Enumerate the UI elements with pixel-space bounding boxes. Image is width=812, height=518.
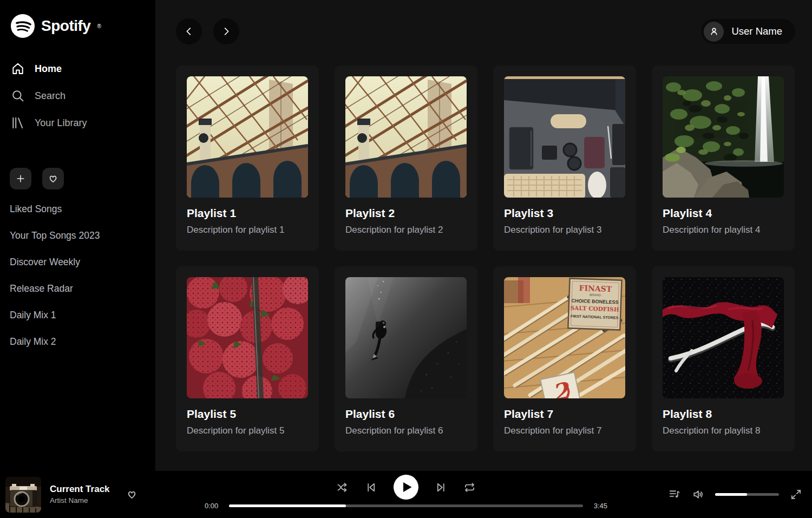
total-duration: 3:45 xyxy=(590,502,607,510)
elapsed-time: 0:00 xyxy=(205,502,222,510)
volume-slider-fill xyxy=(715,493,747,496)
play-button[interactable] xyxy=(394,475,418,500)
playlist-card-7[interactable]: Playlist 7 Description for playlist 7 xyxy=(493,266,636,451)
sidebar-actions xyxy=(10,168,146,189)
artist-name: Artist Name xyxy=(50,496,110,506)
playlist-description: Description for playlist 5 xyxy=(187,425,308,436)
repeat-icon xyxy=(463,481,476,494)
seek-bar[interactable] xyxy=(229,504,583,507)
playlist-card-8[interactable]: Playlist 8 Description for playlist 8 xyxy=(652,266,795,451)
library-icon xyxy=(11,116,25,130)
playlist-cover-image xyxy=(345,76,467,198)
repeat-button[interactable] xyxy=(463,481,476,494)
skip-forward-icon xyxy=(435,481,447,494)
top-bar: User Name xyxy=(176,18,795,44)
playlist-description: Description for playlist 7 xyxy=(504,425,625,436)
create-playlist-button[interactable] xyxy=(10,168,31,189)
sidebar-playlist-list: Liked Songs Your Top Songs 2023 Discover… xyxy=(10,196,146,355)
back-button[interactable] xyxy=(176,18,202,44)
shuffle-button[interactable] xyxy=(336,481,349,494)
playlist-card-1[interactable]: Playlist 1 Description for playlist 1 xyxy=(176,65,319,251)
playlist-description: Description for playlist 6 xyxy=(345,425,467,436)
fullscreen-button[interactable] xyxy=(790,488,802,501)
sidebar-item-home[interactable]: Home xyxy=(10,55,146,82)
seek-bar-fill xyxy=(229,504,346,507)
plus-icon xyxy=(15,173,26,184)
now-playing-info: Current Track Artist Name xyxy=(5,477,200,513)
sidebar-playlist-your-top-songs[interactable]: Your Top Songs 2023 xyxy=(10,222,146,249)
heart-icon xyxy=(48,173,58,184)
previous-track-button[interactable] xyxy=(365,481,377,494)
track-title: Current Track xyxy=(50,483,110,495)
playlist-title: Playlist 1 xyxy=(187,207,308,220)
person-icon xyxy=(709,26,719,37)
playlist-title: Playlist 2 xyxy=(345,207,467,220)
volume-slider[interactable] xyxy=(715,493,779,496)
playlist-description: Description for playlist 4 xyxy=(663,225,784,235)
sidebar-playlist-liked-songs[interactable]: Liked Songs xyxy=(10,196,146,222)
volume-icon xyxy=(692,488,704,501)
heart-icon xyxy=(126,489,137,500)
playlist-card-5[interactable]: Playlist 5 Description for playlist 5 xyxy=(176,266,319,451)
sidebar-playlist-discover-weekly[interactable]: Discover Weekly xyxy=(10,249,146,276)
playlist-card-6[interactable]: Playlist 6 Description for playlist 6 xyxy=(335,266,477,451)
liked-songs-button[interactable] xyxy=(42,168,64,189)
chevron-right-icon xyxy=(220,25,232,37)
playlist-title: Playlist 7 xyxy=(504,408,625,421)
sidebar-playlist-daily-mix-1[interactable]: Daily Mix 1 xyxy=(10,302,146,329)
spotify-logo: Spotify® xyxy=(10,12,146,40)
playback-controls xyxy=(336,474,476,501)
primary-nav: Home Search Your Library xyxy=(10,55,146,136)
user-menu-button[interactable]: User Name xyxy=(701,19,795,44)
queue-button[interactable] xyxy=(669,488,681,501)
sidebar-item-label: Search xyxy=(35,90,66,102)
playlist-card-4[interactable]: Playlist 4 Description for playlist 4 xyxy=(652,65,795,251)
playlist-cover-image xyxy=(187,76,308,198)
playlist-cover-image xyxy=(345,277,467,398)
player-bar: Current Track Artist Name xyxy=(0,471,812,518)
playlist-title: Playlist 3 xyxy=(504,207,625,220)
like-track-button[interactable] xyxy=(126,489,137,500)
playlist-description: Description for playlist 2 xyxy=(345,225,467,235)
playlist-cover-image xyxy=(504,277,625,398)
brand-name: Spotify xyxy=(41,17,90,35)
playlist-title: Playlist 8 xyxy=(663,408,784,421)
player-right-controls xyxy=(669,488,804,501)
playlist-card-3[interactable]: Playlist 3 Description for playlist 3 xyxy=(493,65,636,251)
player-center: 0:00 3:45 xyxy=(205,474,607,510)
playlist-title: Playlist 5 xyxy=(187,408,308,421)
playlist-cover-image xyxy=(187,277,308,398)
playlist-title: Playlist 4 xyxy=(663,207,784,220)
chevron-left-icon xyxy=(183,25,195,37)
expand-icon xyxy=(790,488,802,501)
sidebar-item-label: Home xyxy=(35,63,62,75)
sidebar-item-your-library[interactable]: Your Library xyxy=(10,109,146,136)
spotify-logo-icon xyxy=(11,14,35,38)
search-icon xyxy=(11,89,25,103)
user-name: User Name xyxy=(731,25,782,37)
queue-icon xyxy=(669,488,681,501)
album-art xyxy=(5,477,41,513)
playlist-description: Description for playlist 3 xyxy=(504,225,625,235)
volume-button[interactable] xyxy=(692,488,704,501)
playlist-title: Playlist 6 xyxy=(345,408,467,421)
sidebar: Spotify® Home Search Your Library xyxy=(0,0,155,471)
playlist-cover-image xyxy=(504,76,625,198)
avatar xyxy=(704,22,724,42)
playlist-description: Description for playlist 1 xyxy=(187,225,308,235)
playlist-cover-image xyxy=(663,277,784,398)
next-track-button[interactable] xyxy=(435,481,447,494)
sidebar-playlist-daily-mix-2[interactable]: Daily Mix 2 xyxy=(10,329,146,355)
playlist-description: Description for playlist 8 xyxy=(663,425,784,436)
playlist-grid: Playlist 1 Description for playlist 1 Pl… xyxy=(176,65,795,451)
playlist-card-2[interactable]: Playlist 2 Description for playlist 2 xyxy=(335,65,477,251)
sidebar-item-search[interactable]: Search xyxy=(10,82,146,109)
registered-mark: ® xyxy=(97,23,101,29)
sidebar-playlist-release-radar[interactable]: Release Radar xyxy=(10,276,146,302)
main-content: User Name Playlist 1 Description for pla… xyxy=(155,0,812,471)
skip-back-icon xyxy=(365,481,377,494)
forward-button[interactable] xyxy=(213,18,239,44)
home-icon xyxy=(11,62,25,76)
sidebar-item-label: Your Library xyxy=(35,117,87,129)
play-icon xyxy=(394,475,418,500)
